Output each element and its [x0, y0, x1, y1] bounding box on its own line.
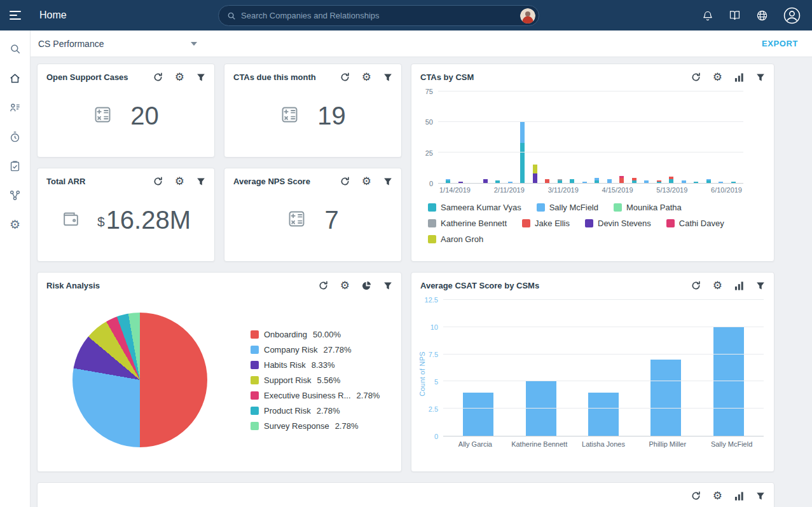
filter-icon[interactable]: [756, 73, 765, 82]
bar-slot: [529, 91, 542, 183]
legend-swatch: [251, 330, 259, 339]
bar-chart-icon[interactable]: [734, 73, 744, 82]
legend-label: Habits Risk: [264, 360, 306, 370]
bar: [526, 381, 556, 436]
bar-chart-icon[interactable]: [734, 492, 744, 501]
sidebar-item-timeline[interactable]: [0, 122, 31, 151]
legend-swatch: [251, 376, 259, 384]
calculator-icon: [93, 105, 113, 127]
refresh-icon[interactable]: [153, 72, 163, 82]
legend-item[interactable]: Katherine Bennett: [428, 219, 507, 228]
stacked-bar: [669, 91, 673, 183]
card-title: Average CSAT Score by CSMs: [420, 281, 539, 290]
bar-segment: [619, 178, 624, 183]
left-sidebar: ⚙: [0, 30, 31, 507]
sidebar-item-journey-orchestrator[interactable]: [0, 180, 31, 210]
global-search-input[interactable]: [241, 11, 520, 20]
sidebar-item-home[interactable]: [0, 64, 31, 93]
gear-icon[interactable]: ⚙: [362, 176, 371, 187]
legend-item[interactable]: Cathi Davey: [666, 219, 724, 228]
stacked-bar: [520, 91, 525, 183]
bar-chart-icon[interactable]: [734, 281, 744, 290]
card-title: Average NPS Score: [233, 177, 310, 186]
export-button[interactable]: EXPORT: [762, 39, 798, 48]
calculator-icon: [287, 209, 306, 231]
legend-swatch: [614, 203, 622, 212]
filter-icon[interactable]: [196, 177, 205, 186]
search-avatar[interactable]: [520, 8, 535, 24]
legend-item: Executive Business R...2.78%: [251, 391, 380, 400]
filter-icon[interactable]: [756, 492, 765, 501]
y-tick-label: 75: [425, 88, 433, 95]
legend-item[interactable]: Aaron Groh: [428, 234, 483, 244]
filter-icon[interactable]: [383, 281, 392, 290]
legend-value: 27.78%: [324, 345, 352, 355]
gridline: [438, 121, 743, 122]
legend-swatch: [251, 391, 259, 400]
sidebar-item-settings[interactable]: ⚙: [0, 210, 31, 239]
bar-segment: [607, 179, 612, 183]
bar-segment: [558, 180, 562, 183]
legend-item[interactable]: Sally McField: [537, 203, 598, 212]
bar: [588, 393, 619, 436]
gear-icon[interactable]: ⚙: [175, 176, 184, 187]
x-tick-label: Katherine Bennett: [507, 440, 572, 448]
search-icon: [10, 43, 21, 55]
kpi-value: 7: [324, 206, 338, 234]
library-icon[interactable]: [729, 10, 741, 21]
bar-segment: [520, 143, 525, 183]
refresh-icon[interactable]: [691, 491, 701, 501]
wallet-icon: [61, 209, 81, 231]
person-list-icon: [9, 102, 21, 114]
dashboard-selector[interactable]: CS Performance: [38, 39, 197, 49]
pie-chart: [72, 313, 207, 447]
menu-toggle-button[interactable]: [0, 0, 31, 30]
refresh-icon[interactable]: [319, 281, 328, 290]
y-tick-label: 50: [425, 119, 433, 126]
global-search[interactable]: [218, 5, 539, 26]
bar-slot: [554, 91, 567, 183]
gear-icon[interactable]: ⚙: [340, 280, 350, 291]
legend-item[interactable]: Mounika Patha: [614, 203, 682, 212]
sidebar-item-search[interactable]: [0, 34, 31, 64]
average-nps-card: Average NPS Score ⚙ 7: [224, 168, 402, 262]
legend-swatch: [537, 203, 545, 212]
x-tick-label: 6/10/2019: [711, 186, 742, 194]
risk-pie-chart: Onboarding50.00%Company Risk27.78%Habits…: [38, 291, 401, 469]
legend-label: Survey Response: [264, 421, 329, 431]
total-arr-card: Total ARR ⚙ $16.28M: [37, 168, 215, 262]
stacked-bar: [719, 91, 723, 183]
legend-item[interactable]: Devin Stevens: [585, 219, 651, 228]
refresh-icon[interactable]: [691, 281, 701, 290]
refresh-icon[interactable]: [153, 177, 163, 186]
bar-slot: [715, 91, 727, 183]
gear-icon[interactable]: ⚙: [175, 72, 184, 83]
bar-slot: [591, 91, 603, 183]
sidebar-item-relationships[interactable]: [0, 93, 31, 122]
bar-slot: [690, 91, 703, 183]
filter-icon[interactable]: [196, 73, 205, 82]
stacked-bar: [570, 91, 574, 183]
bar-segment: [582, 182, 587, 183]
stacked-bar: [582, 91, 587, 183]
pie-chart-icon[interactable]: [362, 281, 371, 290]
gear-icon[interactable]: ⚙: [713, 490, 722, 501]
refresh-icon[interactable]: [340, 177, 350, 186]
gear-icon[interactable]: ⚙: [362, 72, 371, 83]
legend-item[interactable]: Sameera Kumar Vyas: [428, 203, 521, 212]
legend-label: Product Risk: [264, 406, 311, 416]
user-avatar[interactable]: [783, 7, 801, 24]
filter-icon[interactable]: [756, 281, 765, 290]
y-tick-label: 5: [434, 379, 438, 386]
gear-icon[interactable]: ⚙: [713, 72, 722, 83]
notifications-bell-icon[interactable]: [702, 10, 713, 22]
filter-icon[interactable]: [383, 177, 392, 186]
globe-community-icon[interactable]: [756, 10, 768, 22]
refresh-icon[interactable]: [340, 72, 350, 82]
refresh-icon[interactable]: [691, 72, 701, 82]
gear-icon[interactable]: ⚙: [713, 280, 722, 291]
sidebar-item-success-plans[interactable]: [0, 151, 31, 180]
filter-icon[interactable]: [383, 73, 392, 82]
legend-item[interactable]: Jake Ellis: [522, 219, 570, 228]
bar-slot: [492, 91, 504, 183]
